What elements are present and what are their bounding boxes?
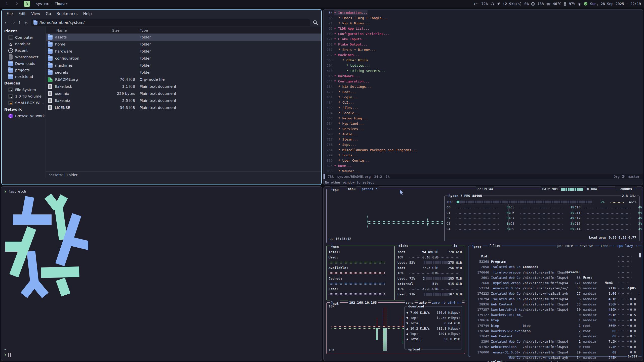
mem-box: 2mem Total: 61.4 GiB Used: 8.15 GiB 13% [326,246,465,300]
file-row[interactable]: LICENSE 34,3 KiB Plain text document [46,104,321,111]
cpu-box-title[interactable]: cpu [333,188,339,192]
search-button[interactable] [312,19,319,26]
file-row[interactable]: configuration Folder [46,55,321,62]
process-row[interactable]: 175749 kworker/6:2-even 1 root 0B 0.0 [468,318,642,323]
path-bar[interactable]: /home/nambiar/system/ [31,19,310,26]
process-row[interactable]: 38936 kworker/u64:6-kc 1 root 0B 0.0 [468,296,642,302]
io-title[interactable]: io [453,244,457,248]
menu-item[interactable]: Help [81,11,94,17]
forward-button[interactable]: → [10,19,16,26]
sidebar-item[interactable]: nextcloud [2,73,46,80]
reverse-button[interactable]: reverse [578,243,594,248]
interval-control[interactable]: - 2000ms + [615,186,637,192]
tree-button[interactable]: tree [599,243,609,248]
process-row[interactable]: 176646 Isolated Web Co /nix/store/sm8fmr… [468,264,642,269]
sidebar-item[interactable]: projects [2,67,46,73]
home-button[interactable]: ⌂ [23,19,29,26]
line-number: 825 [324,163,333,168]
process-row[interactable]: 3390 WebExtensions /nix/store/sm8fmrf3wp… [468,334,642,339]
sidebar-item[interactable]: File System [2,86,46,93]
menu-item[interactable]: Go [44,11,53,17]
back-button[interactable]: ← [3,19,10,26]
net-zero-button[interactable]: zero [431,300,441,305]
sidebar-item[interactable]: SMALLBOX Wi... [2,100,46,106]
org-line: 563 * Networking... [324,116,643,121]
process-row[interactable]: 2601 .Hyprland-wrapp /run/current-system… [468,270,642,275]
column-type[interactable]: Type [138,28,321,32]
process-row[interactable]: 2660 .emacs-31.0.50- /nix/store/wnqz5pa8… [468,275,642,280]
core-row: C74% [510,215,574,221]
file-row[interactable]: machines Folder [46,62,321,69]
disks-title[interactable]: disks [398,244,408,248]
thermometer-icon [564,2,566,6]
file-row[interactable]: home Folder [46,41,321,48]
net-stat-row: ▼ 7.00 KiB/s (56.0 Kibps) [405,310,462,315]
workspace-3[interactable]: 3 [24,1,30,7]
file-row[interactable]: assets Folder [46,34,321,41]
core-row: C43% [447,226,510,232]
process-row[interactable]: 178616 btop btop 2 nambiar 7.4M 0.0 [468,312,642,318]
sidebar-item[interactable]: Computer [2,34,46,41]
menu-button[interactable]: menu [347,186,356,192]
proc-scrollbar-thumb[interactable] [639,253,641,257]
menu-item[interactable]: Edit [16,11,28,17]
file-row[interactable]: README.org 76,4 KiB Org-mode file [46,76,321,83]
cpu-inner-box: Ryzen 7 PRO 8840U 2.8 GHz CPU 2% 46°C C0… [444,196,639,241]
file-row[interactable]: user.nix 229 bytes Plain text document [46,90,321,97]
net-stat-row: ▼ Top: (2.35 Mibps) [405,315,462,321]
org-buffer[interactable]: 34 * Introduction... 65 * Emacs + Org + … [324,10,643,174]
mem-box-title[interactable]: mem [333,245,339,249]
file-type: Folder [138,49,321,53]
file-row[interactable]: flake.nix 2,5 KiB Plain text document [46,97,321,104]
menu-item[interactable]: Bookmarks [54,11,80,17]
process-row[interactable]: 52134 Isolated Web Co /nix/store/sm8fmrf… [468,280,642,286]
org-line: 698 * Audio... [324,131,643,137]
org-line: 499 * Files... [324,105,643,110]
workspace-2[interactable]: 2 [14,1,20,7]
process-row[interactable]: 176000 Isolated Web Co /nix/store/sm8fmr… [468,344,642,349]
process-row[interactable]: 179127 btop btop 2 nambiar 7.3M 0.0 [468,307,642,312]
sidebar-item-icon [8,94,13,99]
sidebar-item[interactable]: Recent [2,47,46,54]
org-line: 316 * Hardware... [324,73,643,79]
line-number: 65 [324,15,333,21]
sidebar-item[interactable]: 1,0 TB Volume [2,93,46,100]
file-name: user.nix [55,92,69,96]
process-row[interactable]: 176223 Isolated Web Co /nix/store/sm8fmr… [468,286,642,291]
sidebar-item[interactable]: Downloads [2,60,46,67]
idle-indicator: zᶻᶻ [474,2,479,6]
org-line: 809 * User Config... [324,158,643,163]
org-heading: * Locale... [334,110,360,116]
sidebar-item[interactable]: Browse Network [2,113,46,119]
workspace-1[interactable]: 1 [4,1,10,7]
sidebar-item[interactable]: ⌂ nambiar [2,41,46,47]
file-row[interactable]: hardware Folder [46,48,321,55]
org-heading: * Other Utils [334,58,368,63]
menu-item[interactable]: View [29,11,43,17]
sidebar-section-header: Places [2,28,46,34]
process-row[interactable]: 177257 kworker/10:1-mm_ 1 root 0B 0.0 [468,302,642,307]
process-row[interactable]: 51762 .emacs-31.0.50- /nix/store/wnqz5pa… [468,339,642,344]
column-size[interactable]: Size [110,28,138,32]
sidebar-item[interactable]: Wastebasket [2,54,46,60]
preset-button[interactable]: preset * [361,186,379,192]
process-row[interactable]: 2658 .firefox-wrappe /nix/store/sm8fmrf3… [468,259,642,264]
toolbar: ← → ↑ ⌂ /home/nambiar/system/ [2,18,321,27]
filter-button[interactable]: filter [488,243,502,248]
org-heading: * Introduction... [334,10,368,15]
file-size: 229 bytes [110,92,138,96]
menu-item[interactable]: File [4,11,15,17]
process-row[interactable]: 52368 Isolated Web Co /nix/store/sm8fmrf… [468,254,642,259]
file-row[interactable]: secrets Folder [46,69,321,76]
cursor-position: 34:2 [374,175,382,178]
process-row[interactable]: 13642 Isolated Web Co /nix/store/sm8fmrf… [468,328,642,334]
process-row[interactable]: 178248 Web Content /nix/store/sm8fmrf3wp… [468,323,642,328]
proc-nav[interactable]: ← cpu lazy → [612,243,638,248]
up-button[interactable]: ↑ [16,19,23,26]
process-row[interactable]: 178294 Web Content /nix/store/sm8fmrf3wp… [468,291,642,296]
column-name[interactable]: Name [46,28,110,32]
file-row[interactable]: flake.lock 3,1 KiB Plain text document [46,83,321,90]
line-number: 344 [324,79,333,84]
per-core-button[interactable]: per-core [556,243,574,248]
net-iface[interactable]: ←b eth0 n→ [441,300,462,305]
